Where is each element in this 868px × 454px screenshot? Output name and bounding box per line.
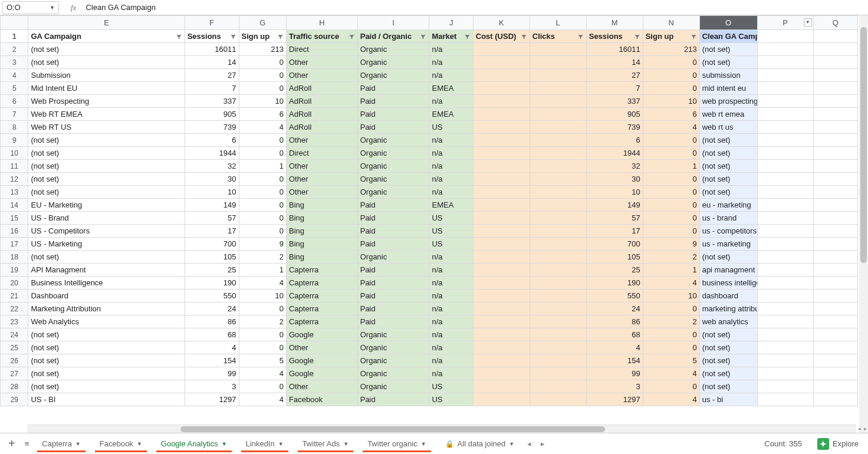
cell[interactable]: 0: [643, 82, 699, 95]
cell[interactable]: 337: [586, 95, 643, 108]
cell[interactable]: [813, 95, 857, 108]
column-header[interactable]: M: [586, 16, 643, 30]
cell[interactable]: marketing attribution: [699, 302, 757, 315]
cell[interactable]: [757, 277, 813, 289]
cell[interactable]: [813, 173, 857, 186]
cell[interactable]: [473, 315, 530, 328]
sheet-tab[interactable]: 🔒All data joined▼: [438, 436, 522, 452]
cell[interactable]: 0: [643, 186, 699, 199]
cell[interactable]: 10: [643, 95, 699, 108]
cell[interactable]: AdRoll: [286, 108, 357, 121]
sheet-tab[interactable]: Twitter Ads▼: [295, 436, 356, 452]
cell[interactable]: [530, 354, 586, 367]
cell[interactable]: [757, 354, 813, 367]
cell[interactable]: n/a: [429, 95, 473, 108]
cell[interactable]: [530, 367, 586, 380]
cell[interactable]: Mid Intent EU: [28, 82, 185, 95]
cell[interactable]: 6: [586, 134, 643, 147]
sheet-tab[interactable]: Capterra▼: [35, 436, 88, 452]
filter-icon[interactable]: [230, 32, 236, 41]
cell[interactable]: Google: [286, 328, 357, 341]
cell[interactable]: [813, 341, 857, 354]
cell[interactable]: 213: [239, 43, 286, 56]
cell[interactable]: [530, 251, 586, 264]
cell[interactable]: Bing: [286, 199, 357, 212]
cell[interactable]: 99: [185, 367, 239, 380]
cell[interactable]: 0: [239, 328, 286, 341]
cell[interactable]: (not set): [699, 147, 757, 160]
cell[interactable]: [473, 367, 530, 380]
cell[interactable]: 5: [643, 354, 699, 367]
cell[interactable]: [473, 95, 530, 108]
column-header[interactable]: P▼: [757, 16, 813, 30]
cell[interactable]: us - competitors: [699, 225, 757, 238]
cell[interactable]: Direct: [286, 43, 357, 56]
cell[interactable]: 10: [239, 289, 286, 302]
cell[interactable]: [530, 212, 586, 225]
cell[interactable]: Organic: [357, 328, 429, 341]
filter-icon[interactable]: [277, 32, 284, 41]
cell[interactable]: Google: [286, 367, 357, 380]
cell[interactable]: [813, 56, 857, 69]
cell[interactable]: [473, 264, 530, 277]
cell[interactable]: Organic: [357, 341, 429, 354]
cell[interactable]: [530, 134, 586, 147]
cell[interactable]: API Managment: [28, 264, 185, 277]
row-header[interactable]: 6: [1, 95, 28, 108]
cell[interactable]: 0: [643, 225, 699, 238]
column-header[interactable]: K: [473, 16, 530, 30]
cell[interactable]: [473, 56, 530, 69]
cell[interactable]: Marketing Attribution: [28, 302, 185, 315]
cell[interactable]: (not set): [28, 43, 185, 56]
cell[interactable]: 154: [586, 354, 643, 367]
row-header[interactable]: 8: [1, 121, 28, 134]
cell[interactable]: (not set): [28, 354, 185, 367]
cell[interactable]: US: [429, 393, 473, 406]
cell[interactable]: [473, 69, 530, 82]
cell[interactable]: Paid: [357, 212, 429, 225]
chevron-down-icon[interactable]: ▼: [222, 441, 227, 447]
cell[interactable]: [813, 277, 857, 289]
cell[interactable]: Bing: [286, 212, 357, 225]
cell[interactable]: web rt us: [699, 121, 757, 134]
cell[interactable]: [757, 328, 813, 341]
cell[interactable]: 17: [185, 225, 239, 238]
cell[interactable]: 0: [643, 69, 699, 82]
cell[interactable]: 25: [586, 264, 643, 277]
cell[interactable]: [473, 199, 530, 212]
cell[interactable]: 24: [185, 302, 239, 315]
cell[interactable]: (not set): [28, 367, 185, 380]
cell[interactable]: Capterra: [286, 264, 357, 277]
row-header[interactable]: 16: [1, 225, 28, 238]
cell[interactable]: [530, 264, 586, 277]
cell[interactable]: [473, 341, 530, 354]
cell[interactable]: Organic: [357, 380, 429, 393]
cell[interactable]: 739: [586, 121, 643, 134]
cell[interactable]: 9: [239, 238, 286, 251]
cell[interactable]: Google: [286, 354, 357, 367]
row-header[interactable]: 27: [1, 367, 28, 380]
column-header[interactable]: I: [357, 16, 429, 30]
cell[interactable]: 0: [239, 380, 286, 393]
cell[interactable]: 2: [239, 251, 286, 264]
cell[interactable]: (not set): [699, 251, 757, 264]
cell[interactable]: 7: [586, 82, 643, 95]
row-header[interactable]: 3: [1, 56, 28, 69]
row-header[interactable]: 29: [1, 393, 28, 406]
cell[interactable]: Business Intelligence: [28, 277, 185, 289]
field-header[interactable]: Market: [429, 30, 473, 43]
cell[interactable]: 149: [185, 199, 239, 212]
cell[interactable]: n/a: [429, 69, 473, 82]
cell[interactable]: [473, 238, 530, 251]
cell[interactable]: (not set): [699, 354, 757, 367]
cell[interactable]: [813, 367, 857, 380]
cell[interactable]: [473, 147, 530, 160]
cell[interactable]: Other: [286, 69, 357, 82]
cell[interactable]: n/a: [429, 186, 473, 199]
cell[interactable]: Other: [286, 186, 357, 199]
row-header[interactable]: 2: [1, 43, 28, 56]
column-header[interactable]: J: [429, 16, 473, 30]
cell[interactable]: 6: [239, 108, 286, 121]
cell[interactable]: [530, 186, 586, 199]
cell[interactable]: eu - marketing: [699, 199, 757, 212]
